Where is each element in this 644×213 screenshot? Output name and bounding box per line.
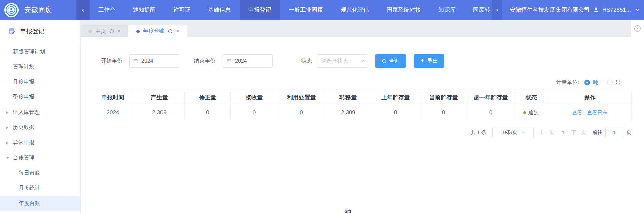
sidebar-item-label: 管理计划 bbox=[13, 63, 34, 70]
nav-item[interactable]: 通知提醒 bbox=[124, 0, 165, 20]
search-button[interactable]: 查询 bbox=[375, 54, 406, 68]
column-header: 转移量 bbox=[325, 91, 371, 104]
end-year-input[interactable]: 2024 bbox=[223, 54, 273, 68]
nav-menu: 工作台通知提醒许可证基础信息申报登记一般工业固废规范化评估国家系统对接知识库固废… bbox=[90, 0, 492, 20]
sidebar-item[interactable]: 年度台账 bbox=[0, 196, 80, 211]
nav-item[interactable]: 工作台 bbox=[90, 0, 124, 20]
sidebar-item-label: 年度台账 bbox=[19, 200, 40, 207]
sidebar-item[interactable]: 历史数据 bbox=[0, 120, 80, 135]
column-header: 接收量 bbox=[231, 91, 278, 104]
sidebar-item[interactable]: 每日台账 bbox=[0, 165, 80, 181]
sidebar-menu: 新版管理计划管理计划月度申报季度申报出入库管理历史数据异常申报台账管理每日台账月… bbox=[0, 43, 80, 211]
sidebar-item-label: 新版管理计划 bbox=[13, 48, 45, 55]
tab-actions-area: × bbox=[631, 20, 644, 37]
sidebar-item[interactable]: 台账管理 bbox=[0, 150, 80, 165]
chevron-down-icon bbox=[360, 60, 364, 62]
logo-emblem-icon bbox=[5, 4, 17, 16]
start-year-value: 2024 bbox=[141, 58, 153, 64]
chevron-right-icon bbox=[6, 142, 8, 144]
column-header: 操作 bbox=[548, 91, 632, 104]
close-circle-icon[interactable]: × bbox=[634, 25, 641, 32]
column-header: 修正量 bbox=[185, 91, 231, 104]
partial-text: 独 bbox=[344, 208, 351, 213]
nav-item[interactable]: 固废转 bbox=[464, 0, 492, 20]
sidebar-title: 申报登记 bbox=[20, 27, 44, 35]
document-edit-icon bbox=[8, 28, 16, 35]
nav-item[interactable]: 国家系统对接 bbox=[378, 0, 430, 20]
export-button-label: 导出 bbox=[427, 58, 438, 65]
nav-item[interactable]: 一般工业固废 bbox=[280, 0, 332, 20]
table-cell: 2.309 bbox=[134, 104, 185, 121]
app-logo-icon bbox=[4, 3, 19, 17]
current-page-button[interactable]: 1 bbox=[560, 130, 566, 135]
refresh-icon[interactable] bbox=[168, 29, 173, 34]
nav-item[interactable]: 申报登记 bbox=[240, 0, 280, 20]
table-header-row: 申报时间产生量修正量接收量利用处置量转移量上年贮存量当前贮存量超一年贮存量状态操… bbox=[92, 91, 632, 104]
sidebar-item[interactable]: 季度申报 bbox=[0, 90, 80, 105]
close-icon[interactable]: × bbox=[117, 29, 120, 34]
goto-page-input[interactable]: 1 bbox=[605, 127, 623, 138]
unit-selector: 计量单位: 吨 只 bbox=[556, 78, 621, 87]
chevron-right-icon bbox=[6, 126, 8, 129]
unit-option-label: 吨 bbox=[593, 79, 598, 86]
prev-page-button[interactable]: 上一页 bbox=[539, 129, 554, 136]
download-icon bbox=[420, 59, 425, 64]
close-icon[interactable]: × bbox=[176, 29, 179, 34]
page-size-value: 10条/页 bbox=[500, 129, 517, 136]
chevron-down-icon bbox=[522, 131, 525, 134]
user-area: 安徽恒生科技发展集团有限公司 HS72851... bbox=[502, 0, 644, 20]
sidebar-item[interactable]: 月度申报 bbox=[0, 74, 80, 90]
nav-collapse-button[interactable]: ‹ bbox=[76, 0, 90, 20]
export-button[interactable]: 导出 bbox=[414, 54, 444, 68]
username[interactable]: HS72851... bbox=[602, 7, 631, 13]
action-link[interactable]: 查看日志 bbox=[587, 110, 607, 115]
nav-item[interactable]: 许可证 bbox=[165, 0, 199, 20]
top-navbar: 安徽固废 ‹ 工作台通知提醒许可证基础信息申报登记一般工业固废规范化评估国家系统… bbox=[0, 0, 644, 20]
sidebar-item-label: 月度申报 bbox=[13, 79, 34, 86]
chevron-down-icon[interactable] bbox=[635, 8, 640, 11]
tab-home[interactable]: 主页 × bbox=[81, 25, 128, 37]
nav-scroll-right-button[interactable]: › bbox=[492, 0, 502, 20]
nav-item[interactable]: 基础信息 bbox=[199, 0, 240, 20]
refresh-icon[interactable] bbox=[109, 29, 114, 34]
column-header: 产生量 bbox=[134, 91, 185, 104]
table-cell: 0 bbox=[185, 104, 231, 121]
nav-item[interactable]: 知识库 bbox=[430, 0, 464, 20]
tab-status-dot-icon bbox=[88, 30, 92, 33]
company-name: 安徽恒生科技发展集团有限公司 bbox=[510, 6, 590, 14]
column-header: 申报时间 bbox=[92, 91, 134, 104]
sidebar-item[interactable]: 管理计划 bbox=[0, 59, 80, 74]
sidebar-item[interactable]: 出入库管理 bbox=[0, 105, 80, 120]
page-size-select[interactable]: 10条/页 bbox=[492, 127, 534, 138]
tab-annual-ledger[interactable]: 年度台账 × bbox=[128, 25, 187, 37]
unit-label: 计量单位: bbox=[556, 79, 579, 86]
sidebar-item[interactable]: 月度统计 bbox=[0, 181, 80, 196]
sidebar-item[interactable]: 新版管理计划 bbox=[0, 44, 80, 59]
sidebar-item-label: 月度统计 bbox=[19, 185, 40, 192]
nav-item[interactable]: 规范化评估 bbox=[332, 0, 378, 20]
pagination: 共 1 条 10条/页 上一页 1 下一页 前往 1 页 bbox=[471, 127, 631, 138]
app-window: 安徽固废 ‹ 工作台通知提醒许可证基础信息申报登记一般工业固废规范化评估国家系统… bbox=[0, 0, 644, 213]
next-page-button[interactable]: 下一页 bbox=[571, 129, 586, 136]
sidebar-item-label: 出入库管理 bbox=[13, 109, 40, 116]
app-title: 安徽固废 bbox=[24, 5, 52, 14]
action-link[interactable]: 查看 bbox=[572, 110, 582, 115]
total-count: 共 1 条 bbox=[471, 129, 487, 136]
start-year-input[interactable]: 2024 bbox=[129, 54, 179, 68]
ledger-table: 申报时间产生量修正量接收量利用处置量转移量上年贮存量当前贮存量超一年贮存量状态操… bbox=[92, 91, 632, 121]
table-row: 20242.3090002.309000通过查看查看日志 bbox=[92, 104, 632, 121]
sidebar-item[interactable]: 异常申报 bbox=[0, 135, 80, 150]
unit-option-ton[interactable]: 吨 bbox=[584, 79, 598, 86]
actions-cell: 查看查看日志 bbox=[548, 104, 632, 121]
tab-label: 主页 bbox=[95, 28, 106, 35]
goto-page-group: 前往 1 页 bbox=[592, 127, 631, 138]
status-select[interactable]: 请选择状态 bbox=[317, 54, 368, 68]
status-dot-icon bbox=[523, 111, 526, 114]
calendar-icon bbox=[133, 59, 138, 64]
unit-option-piece[interactable]: 只 bbox=[607, 79, 621, 86]
table-cell: 0 bbox=[371, 104, 420, 121]
sidebar-item-label: 每日台账 bbox=[19, 170, 40, 177]
unit-option-label: 只 bbox=[615, 79, 621, 86]
sidebar-item-label: 异常申报 bbox=[13, 139, 34, 146]
tab-label: 年度台账 bbox=[143, 28, 165, 35]
